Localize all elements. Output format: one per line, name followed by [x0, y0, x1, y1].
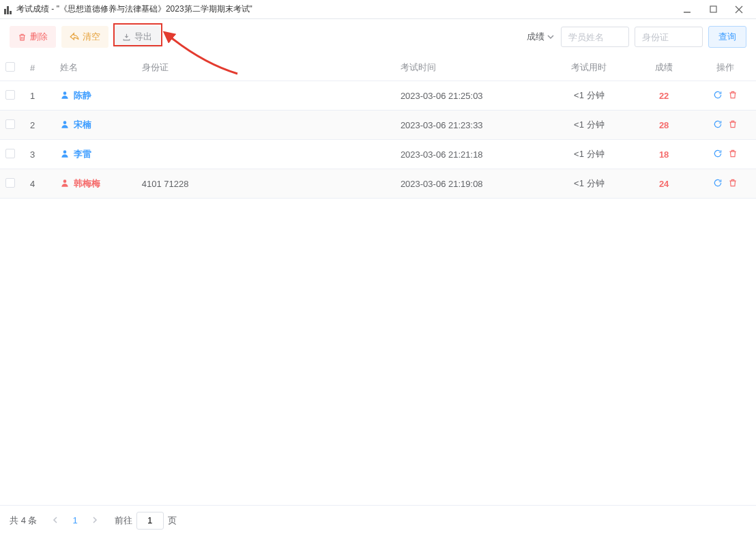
- student-name: 陈静: [74, 89, 91, 102]
- id-number-input[interactable]: [635, 27, 703, 47]
- table-row: 4韩梅梅4101 712282023-03-06 21:19:08<1 分钟24: [0, 169, 756, 199]
- clear-button[interactable]: 清空: [61, 26, 108, 48]
- col-duration: 考试用时: [544, 55, 633, 81]
- col-id: 身份证: [136, 55, 395, 81]
- toolbar: 删除 清空 导出 成绩 查询: [0, 19, 756, 55]
- student-name-link[interactable]: 宋楠: [60, 119, 91, 131]
- footer: 共 4 条 1 前往 页: [0, 505, 756, 535]
- clear-icon: [70, 32, 79, 42]
- svg-point-7: [63, 179, 67, 183]
- student-name-link[interactable]: 李雷: [60, 148, 91, 160]
- page-jump: 前往 页: [115, 512, 177, 530]
- row-delete-button[interactable]: [728, 149, 738, 160]
- exam-time: 2023-03-06 21:25:03: [395, 81, 545, 111]
- results-table: # 姓名 身份证 考试时间 考试用时 成绩 操作 1陈静2023-03-06 2…: [0, 55, 756, 199]
- exam-duration: <1 分钟: [544, 111, 633, 140]
- student-name-input[interactable]: [561, 27, 629, 47]
- jump-suffix: 页: [168, 515, 177, 527]
- col-name: 姓名: [55, 55, 136, 81]
- export-button[interactable]: 导出: [114, 26, 160, 48]
- export-label: 导出: [134, 31, 152, 43]
- row-refresh-button[interactable]: [713, 178, 723, 190]
- total-count: 共 4 条: [10, 515, 37, 527]
- row-checkbox[interactable]: [5, 119, 15, 129]
- pager-next[interactable]: [89, 512, 101, 528]
- svg-rect-1: [710, 6, 716, 12]
- table-row: 3李雷2023-03-06 21:21:18<1 分钟18: [0, 140, 756, 169]
- row-refresh-button[interactable]: [713, 90, 723, 102]
- exam-score: 28: [659, 120, 669, 130]
- row-index: 4: [25, 169, 55, 199]
- table-header-row: # 姓名 身份证 考试时间 考试用时 成绩 操作: [0, 55, 756, 81]
- student-name-link[interactable]: 陈静: [60, 89, 91, 102]
- window-title: 考试成绩 - "《思想道德修养与法律基础》2023第二学期期末考试": [16, 3, 674, 15]
- exam-duration: <1 分钟: [544, 81, 633, 111]
- app-icon: [4, 5, 14, 14]
- id-number: 4101 71228: [136, 169, 395, 199]
- row-refresh-button[interactable]: [713, 119, 723, 131]
- query-button[interactable]: 查询: [708, 26, 746, 48]
- id-number: [136, 140, 395, 169]
- delete-button[interactable]: 删除: [10, 26, 56, 48]
- id-number: [136, 111, 395, 140]
- select-all-checkbox[interactable]: [5, 62, 15, 72]
- student-name: 李雷: [74, 148, 91, 160]
- exam-time: 2023-03-06 21:21:18: [395, 140, 545, 169]
- row-refresh-button[interactable]: [713, 149, 723, 160]
- pager-prev[interactable]: [49, 512, 61, 528]
- chevron-left-icon: [52, 517, 59, 523]
- col-score: 成绩: [633, 55, 695, 81]
- exam-duration: <1 分钟: [544, 169, 633, 199]
- chevron-down-icon: [547, 33, 554, 40]
- exam-duration: <1 分钟: [544, 140, 633, 169]
- row-checkbox[interactable]: [5, 90, 15, 100]
- person-icon: [60, 90, 70, 102]
- table-row: 1陈静2023-03-06 21:25:03<1 分钟22: [0, 81, 756, 111]
- svg-point-5: [63, 121, 67, 124]
- pager-current[interactable]: 1: [67, 512, 83, 528]
- exam-time: 2023-03-06 21:23:33: [395, 111, 545, 140]
- row-index: 1: [25, 81, 55, 111]
- titlebar: 考试成绩 - "《思想道德修养与法律基础》2023第二学期期末考试": [0, 0, 756, 19]
- student-name-link[interactable]: 韩梅梅: [60, 177, 100, 190]
- exam-score: 24: [659, 179, 669, 189]
- person-icon: [60, 178, 70, 190]
- exam-score: 18: [659, 149, 669, 160]
- export-icon: [122, 33, 131, 42]
- table-row: 2宋楠2023-03-06 21:23:33<1 分钟28: [0, 111, 756, 140]
- clear-label: 清空: [83, 31, 100, 43]
- row-checkbox[interactable]: [5, 149, 15, 158]
- row-index: 2: [25, 111, 55, 140]
- exam-score: 22: [659, 91, 669, 101]
- person-icon: [60, 119, 70, 131]
- chevron-right-icon: [91, 517, 98, 523]
- student-name: 宋楠: [74, 119, 91, 131]
- row-delete-button[interactable]: [728, 90, 738, 102]
- row-delete-button[interactable]: [728, 119, 738, 131]
- window-controls: [674, 1, 752, 18]
- trash-icon: [18, 33, 27, 42]
- jump-input[interactable]: [136, 512, 164, 530]
- maximize-button[interactable]: [700, 1, 726, 18]
- col-time: 考试时间: [395, 55, 545, 81]
- svg-point-4: [63, 91, 67, 95]
- row-index: 3: [25, 140, 55, 169]
- close-button[interactable]: [726, 1, 752, 18]
- score-filter-label: 成绩: [527, 31, 544, 43]
- person-icon: [60, 149, 70, 160]
- col-operation: 操作: [695, 55, 756, 81]
- delete-label: 删除: [30, 31, 48, 43]
- col-index: #: [25, 55, 55, 81]
- exam-time: 2023-03-06 21:19:08: [395, 169, 545, 199]
- pager: 1: [49, 512, 100, 528]
- row-checkbox[interactable]: [5, 178, 15, 188]
- id-number: [136, 81, 395, 111]
- minimize-button[interactable]: [674, 1, 700, 18]
- student-name: 韩梅梅: [74, 177, 100, 190]
- svg-point-6: [63, 150, 67, 154]
- score-filter-dropdown[interactable]: 成绩: [527, 31, 554, 43]
- row-delete-button[interactable]: [728, 178, 738, 190]
- jump-prefix: 前往: [115, 515, 132, 527]
